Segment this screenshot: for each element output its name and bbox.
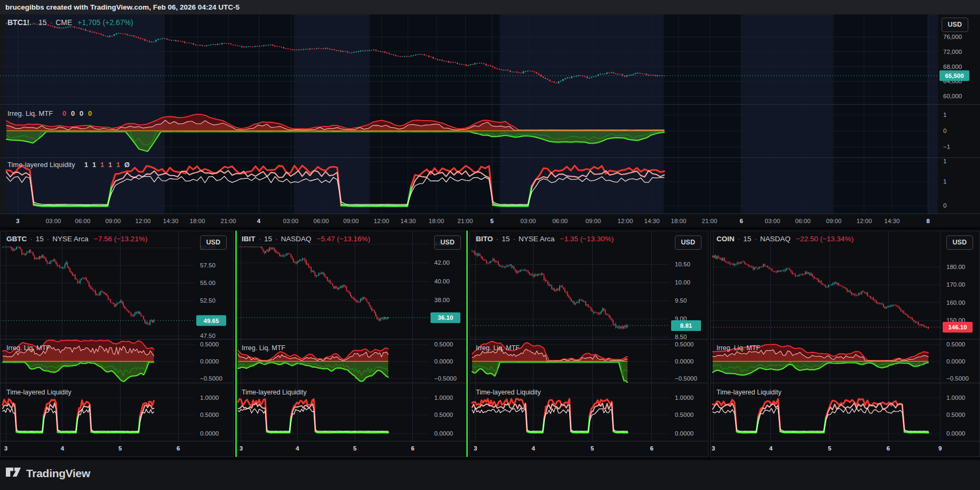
svg-text:−0.5000: −0.5000: [200, 375, 222, 382]
symbol-exchange: NYSE Arca: [52, 235, 89, 243]
svg-text:4: 4: [769, 445, 773, 452]
legend-separator: ·: [259, 235, 261, 243]
svg-text:0.0000: 0.0000: [200, 430, 219, 437]
time-axis[interactable]: 3456: [474, 445, 654, 452]
svg-text:09:00: 09:00: [106, 218, 121, 224]
svg-text:14:30: 14:30: [885, 218, 900, 224]
legend-separator: ·: [513, 235, 516, 243]
btc1-currency-button[interactable]: USD: [942, 18, 968, 32]
svg-text:18:00: 18:00: [429, 218, 444, 224]
symbol-name: GBTC: [6, 235, 27, 243]
svg-text:6: 6: [650, 445, 654, 452]
svg-text:8: 8: [926, 218, 930, 224]
symbol-interval: 15: [502, 235, 510, 243]
attribution-bar: brucegibbs created with TradingView.com,…: [0, 0, 980, 14]
svg-text:0.0000: 0.0000: [946, 430, 965, 437]
svg-text:0.5000: 0.5000: [675, 341, 694, 347]
symbol-change: −1.35 (−13.30%): [560, 235, 614, 243]
svg-text:4: 4: [61, 445, 65, 452]
svg-text:0: 0: [79, 109, 83, 117]
footer: TradingView: [0, 460, 980, 490]
svg-text:0.5000: 0.5000: [434, 341, 453, 347]
svg-text:Irreg. Liq. MTF: Irreg. Liq. MTF: [242, 344, 285, 352]
btc1-chart-canvas[interactable]: Irreg. Liq. MTF0000Time-layered Liquidit…: [0, 14, 980, 227]
svg-text:1: 1: [108, 161, 112, 169]
svg-text:Time-layered Liquidity: Time-layered Liquidity: [242, 389, 307, 396]
svg-text:0.5000: 0.5000: [200, 412, 219, 418]
btc1-legend[interactable]: BTC1!·15·CME+1,705 (+2.67%): [7, 18, 133, 27]
svg-text:60,000: 60,000: [943, 93, 962, 99]
symbol-change: −5.47 (−13.16%): [317, 235, 371, 243]
gbtc-currency-button[interactable]: USD: [200, 235, 227, 250]
svg-text:5: 5: [118, 445, 122, 452]
svg-text:1: 1: [100, 161, 104, 169]
svg-text:03:00: 03:00: [765, 218, 780, 224]
bito-chart-canvas[interactable]: Irreg. Liq. MTFTime-layered Liquidity10.…: [469, 231, 708, 457]
svg-text:Irreg. Liq. MTF: Irreg. Liq. MTF: [476, 344, 520, 352]
ibit-legend[interactable]: IBIT·15·NASDAQ−5.47 (−13.16%): [242, 235, 370, 243]
price-scale[interactable]: 180.00170.00160.00150.000.50000.0000−0.5…: [943, 264, 973, 437]
coin-panel: Irreg. Liq. MTFTime-layered Liquidity180…: [710, 231, 980, 457]
svg-text:−0.5000: −0.5000: [434, 375, 457, 382]
time-layered-liquidity-label: Time-layered Liquidity: [716, 389, 782, 396]
svg-text:0.5000: 0.5000: [946, 412, 965, 418]
price-scale[interactable]: 60.0057.5055.0052.5047.500.50000.0000−0.…: [196, 244, 226, 437]
svg-text:40.00: 40.00: [434, 278, 450, 284]
svg-text:12:00: 12:00: [136, 218, 151, 224]
svg-text:0: 0: [71, 109, 75, 117]
svg-text:Irreg. Liq. MTF: Irreg. Liq. MTF: [7, 109, 53, 117]
symbol-name: BTC1!: [7, 18, 29, 27]
svg-text:0: 0: [943, 202, 946, 209]
irreg-liq-mtf-label: Irreg. Liq. MTF0000: [7, 109, 92, 117]
ibit-chart-canvas[interactable]: Irreg. Liq. MTFTime-layered Liquidity44.…: [235, 231, 468, 457]
svg-text:1.0000: 1.0000: [200, 394, 219, 401]
btc1-panel: Irreg. Liq. MTF0000Time-layered Liquidit…: [0, 14, 980, 227]
coin-legend[interactable]: COIN·15·NASDAQ−22.50 (−13.34%): [716, 235, 854, 243]
svg-text:38.00: 38.00: [434, 297, 450, 303]
svg-text:146.10: 146.10: [948, 324, 967, 330]
bito-panel: Irreg. Liq. MTFTime-layered Liquidity10.…: [469, 231, 708, 457]
symbol-change: −7.56 (−13.21%): [94, 235, 148, 243]
svg-text:06:00: 06:00: [795, 218, 811, 224]
svg-text:52.50: 52.50: [200, 297, 216, 304]
svg-text:3: 3: [16, 218, 19, 224]
svg-text:6: 6: [177, 445, 180, 452]
bito-currency-button[interactable]: USD: [675, 235, 702, 250]
svg-text:06:00: 06:00: [552, 218, 568, 224]
symbol-interval: 15: [264, 235, 272, 243]
svg-text:Time-layered Liquidity: Time-layered Liquidity: [7, 161, 75, 169]
svg-text:Time-layered Liquidity: Time-layered Liquidity: [476, 389, 541, 396]
ibit-currency-button[interactable]: USD: [434, 235, 461, 250]
price-scale[interactable]: 44.0042.0040.0038.000.50000.0000−0.50001…: [431, 241, 460, 437]
svg-text:47.50: 47.50: [200, 333, 216, 339]
time-layered-liquidity-label: Time-layered Liquidity: [6, 389, 72, 396]
coin-currency-button[interactable]: USD: [946, 235, 973, 250]
svg-text:12:00: 12:00: [618, 218, 633, 224]
svg-text:21:00: 21:00: [702, 218, 718, 224]
svg-text:1.0000: 1.0000: [675, 394, 694, 401]
svg-text:03:00: 03:00: [283, 218, 299, 224]
time-axis[interactable]: 3456: [4, 445, 180, 452]
svg-text:21:00: 21:00: [458, 218, 473, 224]
time-axis[interactable]: 3456: [240, 445, 415, 452]
svg-text:0: 0: [943, 128, 946, 134]
svg-text:0.0000: 0.0000: [200, 358, 219, 365]
svg-text:0.5000: 0.5000: [434, 412, 453, 418]
brand-text: TradingView: [26, 467, 90, 480]
svg-text:03:00: 03:00: [521, 218, 536, 224]
symbol-interval: 15: [36, 235, 44, 243]
svg-text:0.0000: 0.0000: [434, 358, 453, 365]
svg-text:0: 0: [88, 109, 92, 117]
price-scale[interactable]: 10.5010.009.509.008.500.50000.0000−0.500…: [671, 261, 701, 437]
svg-text:1: 1: [943, 158, 946, 164]
bito-legend[interactable]: BITO·15·NYSE Arca−1.35 (−13.30%): [476, 235, 614, 243]
gbtc-legend[interactable]: GBTC·15·NYSE Arca−7.56 (−13.21%): [6, 235, 147, 243]
tradingview-logo[interactable]: TradingView: [5, 465, 90, 481]
symbol-interval: 15: [743, 235, 751, 243]
coin-chart-canvas[interactable]: Irreg. Liq. MTFTime-layered Liquidity180…: [710, 231, 980, 457]
svg-text:4: 4: [257, 218, 261, 224]
gbtc-chart-canvas[interactable]: Irreg. Liq. MTFTime-layered Liquidity60.…: [0, 231, 234, 457]
symbol-change: +1,705 (+2.67%): [77, 18, 133, 27]
time-axis[interactable]: 34569: [712, 445, 942, 452]
svg-text:Time-layered Liquidity: Time-layered Liquidity: [716, 389, 782, 396]
